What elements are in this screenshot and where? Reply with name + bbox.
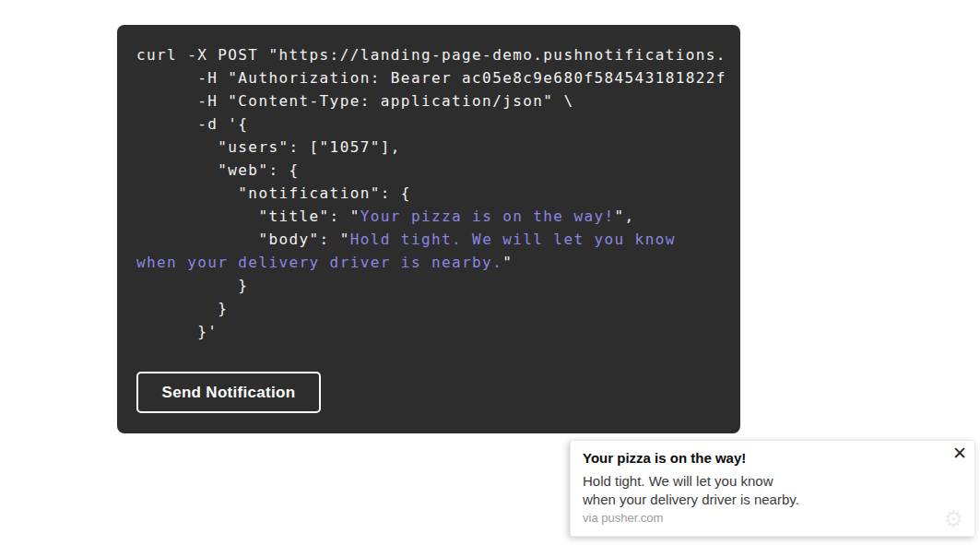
code-line: }	[136, 274, 740, 297]
code-panel: curl -X POST "https://landing-page-demo.…	[117, 25, 740, 433]
code-line: "web": {	[136, 159, 740, 182]
notification-source: via pusher.com	[583, 510, 938, 526]
send-notification-button[interactable]: Send Notification	[136, 372, 321, 413]
code-line: -H "Content-Type: application/json" \	[136, 89, 740, 113]
settings-gear-icon[interactable]: ⚙	[943, 508, 963, 530]
code-line: when your delivery driver is nearby."	[136, 251, 740, 274]
code-line: "title": "Your pizza is on the way!",	[136, 205, 740, 228]
code-line: "notification": {	[136, 182, 740, 205]
code-line: }	[136, 297, 740, 320]
code-line: "body": "Hold tight. We will let you kno…	[136, 228, 740, 251]
notification-card[interactable]: Your pizza is on the way! Hold tight. We…	[570, 440, 975, 537]
code-block: curl -X POST "https://landing-page-demo.…	[136, 43, 740, 343]
code-line: curl -X POST "https://landing-page-demo.…	[136, 43, 740, 66]
close-icon[interactable]: ✕	[952, 444, 967, 462]
notification-title: Your pizza is on the way!	[583, 449, 938, 468]
notification-body: Hold tight. We will let you know when yo…	[583, 472, 938, 509]
code-line: -H "Authorization: Bearer ac05e8c9e680f5…	[136, 66, 740, 89]
code-line: -d '{	[136, 113, 740, 136]
code-line: "users": ["1057"],	[136, 136, 740, 159]
code-line: }'	[136, 320, 740, 343]
